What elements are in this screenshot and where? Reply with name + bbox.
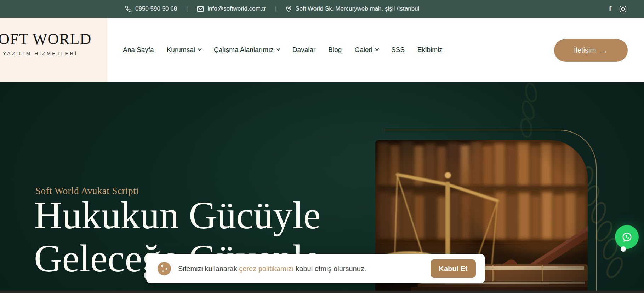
topbar-social: f [609, 0, 627, 18]
topbar-email-text: info@softworld.com.tr [207, 5, 266, 12]
topbar-phone-text: 0850 590 50 68 [135, 5, 177, 12]
nav-item-kurumsal[interactable]: Kurumsal [167, 46, 201, 54]
whatsapp-icon [620, 230, 634, 244]
nav-item-sss[interactable]: SSS [391, 46, 405, 54]
topbar: 0850 590 50 68 | info@softworld.com.tr |… [0, 0, 644, 18]
whatsapp-button[interactable] [615, 225, 639, 249]
chevron-down-icon [375, 47, 379, 51]
nav-item-calisma-alanlarimiz[interactable]: Çalışma Alanlarımız [214, 46, 280, 54]
instagram-icon[interactable] [619, 5, 627, 13]
main-nav: Ana Sayfa Kurumsal Çalışma Alanlarımız D… [123, 18, 443, 82]
cookie-icon [158, 262, 171, 275]
topbar-phone[interactable]: 0850 590 50 68 [125, 5, 177, 12]
chevron-down-icon [276, 47, 280, 51]
topbar-address-text: Soft World Sk. Mercuryweb mah. şişli /İs… [295, 5, 419, 12]
nav-item-ekibimiz[interactable]: Ekibimiz [417, 46, 443, 54]
arrow-right-icon: → [600, 47, 608, 54]
hero-title-line1: Hukukun Gücüyle [34, 194, 321, 237]
logo[interactable]: SOFT WORLD YAZILIM HİZMETLERİ [0, 18, 107, 82]
topbar-separator: | [275, 6, 277, 12]
nav-item-blog[interactable]: Blog [328, 46, 342, 54]
topbar-email[interactable]: info@softworld.com.tr [197, 5, 266, 12]
nav-item-ana-sayfa[interactable]: Ana Sayfa [123, 46, 154, 54]
facebook-icon[interactable]: f [609, 5, 611, 13]
chevron-down-icon [198, 47, 201, 51]
topbar-address: Soft World Sk. Mercuryweb mah. şişli /İs… [286, 5, 419, 12]
cookie-policy-link[interactable]: çerez politikamızı [239, 265, 294, 273]
bottom-edge-strip [0, 291, 644, 293]
contact-button-label: İletişim [574, 46, 596, 54]
cookie-consent-banner: Sitemizi kullanarak çerez politikamızı k… [146, 254, 485, 283]
phone-icon [125, 6, 132, 12]
topbar-separator: | [186, 6, 188, 12]
header: SOFT WORLD YAZILIM HİZMETLERİ Ana Sayfa … [0, 18, 644, 82]
nav-item-davalar[interactable]: Davalar [292, 46, 315, 54]
contact-button[interactable]: İletişim → [554, 39, 628, 62]
mail-icon [197, 6, 204, 12]
nav-item-galeri[interactable]: Galeri [354, 46, 378, 54]
cookie-accept-button[interactable]: Kabul Et [431, 259, 476, 278]
logo-subtitle: YAZILIM HİZMETLERİ [3, 51, 78, 56]
location-pin-icon [286, 5, 292, 12]
cookie-message: Sitemizi kullanarak çerez politikamızı k… [178, 265, 366, 273]
logo-title: SOFT WORLD [0, 30, 91, 48]
